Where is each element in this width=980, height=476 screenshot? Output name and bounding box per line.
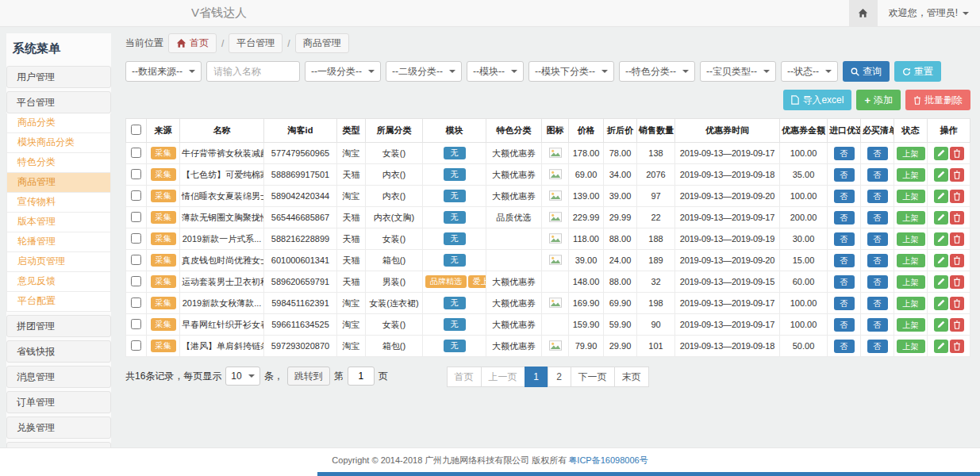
- filter-input-name[interactable]: [206, 61, 300, 82]
- row-checkbox[interactable]: [131, 340, 141, 351]
- edit-button[interactable]: [934, 211, 948, 225]
- page-button-last[interactable]: 末页: [614, 367, 649, 387]
- delete-button[interactable]: [950, 340, 964, 353]
- status-toggle[interactable]: 上架: [897, 232, 925, 246]
- row-checkbox[interactable]: [131, 276, 141, 286]
- delete-button[interactable]: [950, 254, 964, 267]
- filter-select-status[interactable]: --状态--: [781, 61, 838, 82]
- edit-button[interactable]: [934, 340, 948, 353]
- sidebar-item-message-management[interactable]: 消息管理: [6, 366, 111, 388]
- must-buy-toggle[interactable]: 否: [867, 318, 888, 332]
- import-select-toggle[interactable]: 否: [834, 318, 855, 332]
- page-button-prev[interactable]: 上一页: [481, 367, 525, 387]
- sidebar-item-goods-management[interactable]: 商品管理: [6, 173, 111, 193]
- row-checkbox[interactable]: [131, 298, 141, 308]
- sidebar-item-saving-news[interactable]: 省钱快报: [6, 340, 111, 363]
- sidebar-item-platform-management[interactable]: 平台管理: [6, 91, 111, 113]
- row-checkbox[interactable]: [131, 169, 141, 179]
- filter-select-level1-category[interactable]: --一级分类--: [305, 61, 381, 82]
- sidebar-item-goods-category[interactable]: 商品分类: [6, 113, 111, 133]
- page-button-first[interactable]: 首页: [447, 367, 482, 387]
- sidebar-item-groupbuy-management[interactable]: 拼团管理: [6, 315, 111, 337]
- sidebar-item-carousel-management[interactable]: 轮播管理: [6, 232, 111, 252]
- delete-button[interactable]: [950, 275, 964, 289]
- delete-button[interactable]: [950, 211, 964, 225]
- must-buy-toggle[interactable]: 否: [867, 297, 888, 310]
- delete-button[interactable]: [950, 147, 964, 160]
- import-select-toggle[interactable]: 否: [834, 340, 855, 353]
- sidebar-item-user-management[interactable]: 用户管理: [6, 66, 111, 88]
- import-select-toggle[interactable]: 否: [834, 232, 855, 246]
- must-buy-toggle[interactable]: 否: [867, 147, 888, 160]
- sidebar-item-exchange-management[interactable]: 兑换管理: [6, 416, 111, 439]
- import-select-toggle[interactable]: 否: [834, 147, 855, 160]
- filter-select-module[interactable]: --模块--: [467, 61, 524, 82]
- status-toggle[interactable]: 上架: [897, 318, 925, 332]
- import-select-toggle[interactable]: 否: [834, 297, 855, 310]
- edit-button[interactable]: [934, 147, 948, 160]
- row-checkbox[interactable]: [131, 190, 141, 201]
- page-button-next[interactable]: 下一页: [571, 367, 615, 387]
- row-checkbox[interactable]: [131, 255, 141, 265]
- delete-button[interactable]: [950, 297, 964, 310]
- row-checkbox[interactable]: [131, 148, 141, 158]
- row-checkbox[interactable]: [131, 319, 141, 329]
- status-toggle[interactable]: 上架: [897, 147, 925, 160]
- add-button[interactable]: +添加: [856, 90, 901, 110]
- sidebar-item-order-management[interactable]: 订单管理: [6, 391, 111, 413]
- filter-select-level2-category[interactable]: --二级分类--: [386, 61, 462, 82]
- search-button[interactable]: 查询: [843, 61, 890, 82]
- breadcrumb-goods[interactable]: 商品管理: [295, 33, 349, 53]
- import-select-toggle[interactable]: 否: [834, 275, 855, 289]
- delete-button[interactable]: [950, 318, 964, 332]
- sidebar-item-promo-material[interactable]: 宣传物料: [6, 193, 111, 213]
- sidebar-item-platform-config[interactable]: 平台配置: [6, 292, 111, 312]
- delete-button[interactable]: [950, 168, 964, 182]
- import-select-toggle[interactable]: 否: [834, 254, 855, 267]
- status-toggle[interactable]: 上架: [897, 168, 925, 182]
- breadcrumb-home[interactable]: 首页: [168, 33, 217, 53]
- jump-button[interactable]: 跳转到: [287, 367, 330, 386]
- icp-link[interactable]: 粤ICP备16098006号: [568, 455, 648, 466]
- import-select-toggle[interactable]: 否: [834, 190, 855, 203]
- status-toggle[interactable]: 上架: [897, 340, 925, 353]
- batch-delete-button[interactable]: 批量删除: [905, 90, 970, 110]
- status-toggle[interactable]: 上架: [897, 190, 925, 203]
- import-select-toggle[interactable]: 否: [834, 168, 855, 182]
- select-all-checkbox[interactable]: [131, 125, 141, 135]
- edit-button[interactable]: [934, 318, 948, 332]
- must-buy-toggle[interactable]: 否: [867, 211, 888, 225]
- status-toggle[interactable]: 上架: [897, 254, 925, 267]
- edit-button[interactable]: [934, 232, 948, 246]
- must-buy-toggle[interactable]: 否: [867, 254, 888, 267]
- row-checkbox[interactable]: [131, 212, 141, 222]
- sidebar-item-splash-management[interactable]: 启动页管理: [6, 252, 111, 272]
- jump-page-input[interactable]: [348, 367, 375, 386]
- edit-button[interactable]: [934, 190, 948, 203]
- edit-button[interactable]: [934, 275, 948, 289]
- delete-button[interactable]: [950, 190, 964, 203]
- delete-button[interactable]: [950, 232, 964, 246]
- edit-button[interactable]: [934, 297, 948, 310]
- row-checkbox[interactable]: [131, 233, 141, 244]
- must-buy-toggle[interactable]: 否: [867, 232, 888, 246]
- import-select-toggle[interactable]: 否: [834, 211, 855, 225]
- filter-select-item-type[interactable]: --宝贝类型--: [700, 61, 776, 82]
- must-buy-toggle[interactable]: 否: [867, 190, 888, 203]
- sidebar-item-version-management[interactable]: 版本管理: [6, 213, 111, 232]
- filter-select-module-sub-category[interactable]: --模块下分类--: [528, 61, 614, 82]
- must-buy-toggle[interactable]: 否: [867, 168, 888, 182]
- sidebar-item-module-goods-category[interactable]: 模块商品分类: [6, 133, 111, 153]
- status-toggle[interactable]: 上架: [897, 275, 925, 289]
- import-excel-button[interactable]: 导入excel: [783, 90, 851, 110]
- reset-button[interactable]: 重置: [894, 61, 941, 82]
- page-size-select[interactable]: 10: [225, 367, 259, 386]
- filter-select-featured-category[interactable]: --特色分类--: [619, 61, 695, 82]
- user-menu[interactable]: 欢迎您，管理员!: [878, 0, 980, 26]
- must-buy-toggle[interactable]: 否: [867, 340, 888, 353]
- status-toggle[interactable]: 上架: [897, 297, 925, 310]
- edit-button[interactable]: [934, 254, 948, 267]
- page-button-page-1[interactable]: 1: [525, 367, 548, 387]
- edit-button[interactable]: [934, 168, 948, 182]
- status-toggle[interactable]: 上架: [897, 211, 925, 225]
